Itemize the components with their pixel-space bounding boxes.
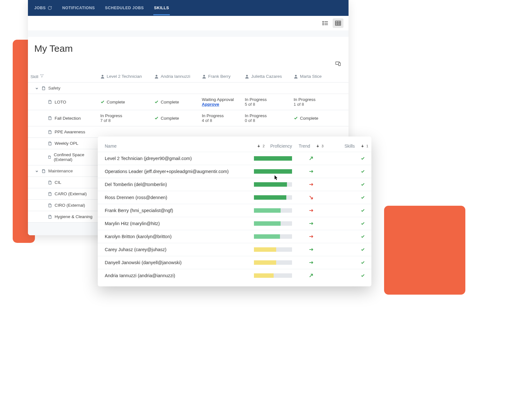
status-in-progress: In Progress bbox=[245, 113, 289, 118]
skill-row[interactable]: PPE Awareness bbox=[28, 126, 349, 138]
status-progress-count: 0 of 8 bbox=[245, 118, 289, 123]
header-label: Name bbox=[105, 144, 116, 149]
sort-priority: 3 bbox=[322, 144, 323, 148]
devices-icon[interactable] bbox=[335, 61, 341, 66]
team-member-row[interactable]: Operations Leader (jeff.dreyer+opsleadgm… bbox=[98, 165, 371, 178]
column-header-person[interactable]: Andria Iannuzzi bbox=[152, 70, 199, 83]
trend-flat-icon bbox=[308, 247, 314, 252]
skill-name: PPE Awareness bbox=[55, 130, 85, 134]
trend-up-icon bbox=[308, 273, 314, 278]
member-name: Carey Juhasz (carey@juhasz) bbox=[105, 247, 241, 252]
status-complete: Complete bbox=[100, 100, 149, 104]
check-icon bbox=[361, 169, 365, 174]
member-name: Danyell Janowski (danyell@janowski) bbox=[105, 260, 241, 265]
person-icon bbox=[245, 74, 249, 79]
proficiency-bar bbox=[254, 221, 292, 226]
trend-down-icon bbox=[308, 195, 314, 200]
header-label: Skills bbox=[344, 144, 355, 149]
svg-rect-6 bbox=[336, 21, 341, 25]
member-name: Del Tomberlin (del@tomberlin) bbox=[105, 182, 241, 187]
header-label: Julietta Cazares bbox=[251, 74, 282, 79]
status-in-progress: In Progress bbox=[294, 97, 327, 102]
status-in-progress: In Progress bbox=[202, 113, 240, 118]
nav-label: SKILLS bbox=[154, 6, 169, 10]
svg-point-13 bbox=[102, 75, 103, 76]
column-header-person[interactable]: Level 2 Technician bbox=[98, 70, 152, 83]
team-member-row[interactable]: Level 2 Technician (jdreyer90@gmail.com) bbox=[98, 152, 371, 165]
team-member-row[interactable]: Karolyn Britton (karolyn@britton) bbox=[98, 230, 371, 243]
person-icon bbox=[294, 74, 298, 79]
nav-item-notifications[interactable]: NOTIFICATIONS bbox=[62, 1, 96, 15]
chevron-down-icon bbox=[35, 169, 39, 173]
sort-priority: 1 bbox=[366, 144, 368, 148]
approve-link[interactable]: Approve bbox=[202, 102, 219, 107]
nav-label: JOBS bbox=[34, 6, 46, 10]
proficiency-bar bbox=[254, 182, 292, 187]
grid-icon bbox=[335, 20, 341, 26]
trend-flat-icon bbox=[308, 208, 314, 213]
status-progress-count: 4 of 8 bbox=[202, 118, 240, 123]
check-icon bbox=[361, 208, 365, 213]
column-header-skills[interactable]: Skills 1 bbox=[330, 144, 368, 149]
decor-block-right bbox=[384, 206, 465, 295]
column-header-person[interactable]: Marta Stice bbox=[291, 70, 329, 83]
header-label: Level 2 Technician bbox=[107, 74, 142, 79]
nav-item-scheduled-jobs[interactable]: SCHEDULED JOBS bbox=[104, 1, 144, 15]
member-name: Frank Berry (hmi_specialist@ngf) bbox=[105, 208, 241, 213]
column-header-proficiency[interactable]: 2 Proficiency bbox=[241, 144, 292, 149]
chevron-down-icon bbox=[35, 86, 39, 90]
check-icon bbox=[100, 100, 105, 104]
document-icon bbox=[48, 141, 52, 146]
team-member-row[interactable]: Ross Drennen (ross@dennen) bbox=[98, 191, 371, 204]
team-member-row[interactable]: Andria Iannuzzi (andria@iannuzzi) bbox=[98, 269, 371, 282]
trend-flat-icon bbox=[308, 169, 314, 174]
document-icon bbox=[48, 155, 51, 159]
sort-down-icon bbox=[316, 144, 320, 148]
grid-view-button[interactable] bbox=[333, 18, 343, 28]
header-label: Skill bbox=[30, 74, 38, 79]
category-row[interactable]: Safety bbox=[28, 83, 349, 94]
svg-point-16 bbox=[246, 75, 248, 76]
status-complete: Complete bbox=[154, 116, 197, 121]
svg-point-0 bbox=[323, 21, 323, 22]
team-proficiency-panel: Name 2 Proficiency Trend 3 Skills 1 Leve… bbox=[98, 137, 371, 286]
member-name: Operations Leader (jeff.dreyer+opsleadgm… bbox=[105, 169, 241, 174]
check-icon bbox=[361, 247, 365, 252]
document-icon bbox=[48, 192, 52, 196]
skill-row[interactable]: Fall DetectionIn Progress7 of 8CompleteI… bbox=[28, 110, 349, 126]
proficiency-bar bbox=[254, 169, 292, 174]
table-toolbar bbox=[28, 57, 349, 70]
list-view-button[interactable] bbox=[320, 18, 331, 28]
filter-icon bbox=[40, 74, 44, 78]
skill-name: Fall Detection bbox=[55, 116, 81, 121]
cursor-icon bbox=[275, 175, 278, 180]
skill-name: CIL bbox=[55, 180, 61, 185]
check-icon bbox=[361, 234, 365, 239]
skill-name: LOTO bbox=[55, 100, 66, 104]
trend-flat-icon bbox=[308, 221, 314, 226]
column-header-name[interactable]: Name bbox=[105, 144, 241, 149]
column-header-person[interactable]: Frank Berry bbox=[199, 70, 242, 83]
skill-name: Weekly OPL bbox=[55, 141, 78, 146]
column-header-skill[interactable]: Skill bbox=[28, 70, 98, 83]
column-header-person[interactable]: Julietta Cazares bbox=[242, 70, 291, 83]
trend-flat-icon bbox=[308, 182, 314, 187]
column-header-trend[interactable]: Trend 3 bbox=[292, 144, 330, 149]
panel-header-row: Name 2 Proficiency Trend 3 Skills 1 bbox=[98, 139, 371, 152]
document-icon bbox=[48, 180, 52, 185]
sort-down-icon bbox=[257, 144, 261, 148]
team-member-row[interactable]: Danyell Janowski (danyell@janowski) bbox=[98, 256, 371, 269]
skill-name: Confined Space (External) bbox=[54, 152, 95, 162]
team-member-row[interactable]: Frank Berry (hmi_specialist@ngf) bbox=[98, 204, 371, 217]
nav-item-jobs[interactable]: JOBS bbox=[34, 1, 53, 15]
team-member-row[interactable]: Del Tomberlin (del@tomberlin) bbox=[98, 178, 371, 191]
team-member-row[interactable]: Carey Juhasz (carey@juhasz) bbox=[98, 243, 371, 256]
nav-item-skills[interactable]: SKILLS bbox=[153, 1, 170, 15]
page-title: My Team bbox=[28, 37, 349, 57]
status-progress-count: 1 of 8 bbox=[294, 102, 327, 107]
view-toolbar bbox=[28, 16, 349, 30]
team-member-row[interactable]: Marylin Hitz (marylin@hitz) bbox=[98, 217, 371, 230]
member-name: Marylin Hitz (marylin@hitz) bbox=[105, 221, 241, 226]
skill-row[interactable]: LOTOCompleteCompleteWaiting ApprovalAppr… bbox=[28, 94, 349, 110]
member-name: Karolyn Britton (karolyn@britton) bbox=[105, 234, 241, 239]
